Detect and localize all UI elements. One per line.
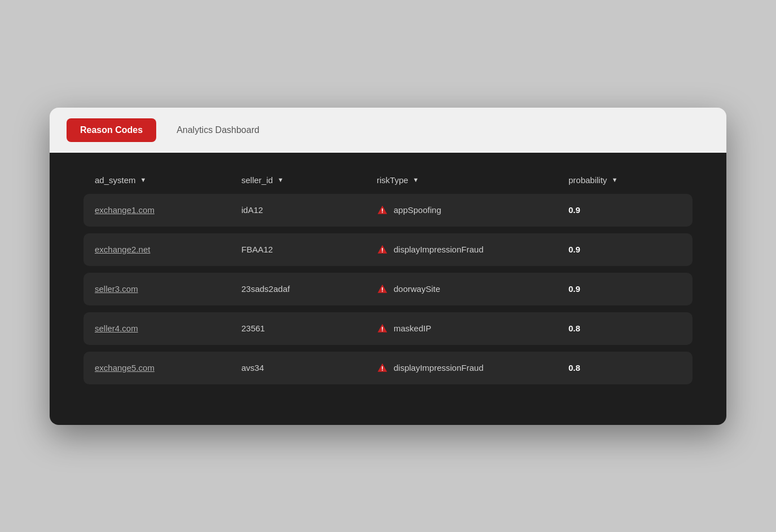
cell-probability-2: 0.9 <box>568 284 681 294</box>
cell-ad-system-4[interactable]: exchange5.com <box>95 363 241 373</box>
cell-ad-system-2[interactable]: seller3.com <box>95 284 241 294</box>
cell-ad-system-1[interactable]: exchange2.net <box>95 245 241 254</box>
warning-icon-0 <box>377 205 388 215</box>
col-header-probability[interactable]: probability ▼ <box>568 175 681 185</box>
tab-bar: Reason Codes Analytics Dashboard <box>50 108 726 153</box>
cell-risk-type-0: appSpoofing <box>377 205 568 215</box>
cell-risk-type-4: displayImpressionFraud <box>377 363 568 373</box>
sort-arrow-probability: ▼ <box>611 176 618 183</box>
cell-probability-4: 0.8 <box>568 363 681 373</box>
cell-risk-type-1: displayImpressionFraud <box>377 245 568 255</box>
sort-arrow-ad-system: ▼ <box>140 176 147 183</box>
sort-arrow-risk-type: ▼ <box>413 176 419 183</box>
risk-type-label-4: displayImpressionFraud <box>394 363 483 373</box>
main-window: Reason Codes Analytics Dashboard ad_syst… <box>50 108 726 425</box>
cell-seller-id-4: avs34 <box>241 363 377 373</box>
warning-icon-1 <box>377 245 388 255</box>
warning-icon-3 <box>377 323 388 334</box>
svg-point-1 <box>382 251 383 252</box>
table-row: seller4.com 23561 maskedIP 0.8 <box>83 312 693 345</box>
cell-seller-id-3: 23561 <box>241 323 377 333</box>
warning-icon-4 <box>377 363 388 373</box>
risk-type-label-1: displayImpressionFraud <box>394 245 483 254</box>
col-header-risk-type[interactable]: riskType ▼ <box>377 175 568 185</box>
table-row: exchange5.com avs34 displayImpressionFra… <box>83 352 693 384</box>
col-header-seller-id[interactable]: seller_id ▼ <box>241 175 377 185</box>
cell-ad-system-3[interactable]: seller4.com <box>95 323 241 333</box>
cell-probability-3: 0.8 <box>568 323 681 333</box>
table-rows: exchange1.com idA12 appSpoofing 0.9 exch… <box>83 194 693 384</box>
table-row: exchange2.net FBAA12 displayImpressionFr… <box>83 233 693 266</box>
main-content: ad_system ▼ seller_id ▼ riskType ▼ proba… <box>50 153 726 425</box>
cell-risk-type-3: maskedIP <box>377 323 568 334</box>
sort-arrow-seller-id: ▼ <box>277 176 284 183</box>
table-row: seller3.com 23sads2adaf doorwaySite 0.9 <box>83 273 693 305</box>
warning-icon-2 <box>377 284 388 294</box>
cell-probability-0: 0.9 <box>568 205 681 215</box>
table-header: ad_system ▼ seller_id ▼ riskType ▼ proba… <box>83 175 693 185</box>
risk-type-label-0: appSpoofing <box>394 205 441 215</box>
data-table: ad_system ▼ seller_id ▼ riskType ▼ proba… <box>83 175 693 384</box>
col-header-ad-system[interactable]: ad_system ▼ <box>95 175 241 185</box>
cell-probability-1: 0.9 <box>568 245 681 254</box>
cell-seller-id-2: 23sads2adaf <box>241 284 377 294</box>
tab-reason-codes[interactable]: Reason Codes <box>67 118 156 142</box>
risk-type-label-3: maskedIP <box>394 323 431 333</box>
svg-point-0 <box>382 212 383 213</box>
svg-point-2 <box>382 291 383 292</box>
cell-risk-type-2: doorwaySite <box>377 284 568 294</box>
svg-point-4 <box>382 370 383 371</box>
risk-type-label-2: doorwaySite <box>394 284 440 294</box>
table-row: exchange1.com idA12 appSpoofing 0.9 <box>83 194 693 227</box>
cell-seller-id-1: FBAA12 <box>241 245 377 254</box>
cell-seller-id-0: idA12 <box>241 205 377 215</box>
tab-analytics-dashboard[interactable]: Analytics Dashboard <box>167 118 268 142</box>
svg-point-3 <box>382 330 383 331</box>
cell-ad-system-0[interactable]: exchange1.com <box>95 205 241 215</box>
